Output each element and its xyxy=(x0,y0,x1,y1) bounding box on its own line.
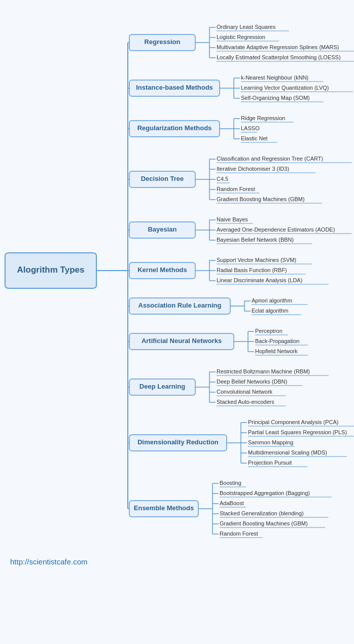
svg-text:Gradient Boosting Machines (GB: Gradient Boosting Machines (GBM) xyxy=(217,196,305,202)
svg-text:k-Nearest Neighbour (kNN): k-Nearest Neighbour (kNN) xyxy=(241,74,308,81)
svg-text:Restricted Boltzmann Machine (: Restricted Boltzmann Machine (RBM) xyxy=(217,368,310,374)
svg-text:Random Forest: Random Forest xyxy=(217,186,255,192)
svg-text:Self-Organizing Map (SOM): Self-Organizing Map (SOM) xyxy=(241,95,310,101)
svg-text:Elastic Net: Elastic Net xyxy=(241,135,268,141)
svg-text:Multidimensional Scaling (MDS): Multidimensional Scaling (MDS) xyxy=(248,449,327,456)
svg-text:Classification and Regression : Classification and Regression Tree (CART… xyxy=(217,156,323,162)
page-wrapper: Alogrithm TypesRegressionOrdinary Least … xyxy=(0,0,354,585)
svg-text:Ordinary Least Squares: Ordinary Least Squares xyxy=(217,24,276,30)
svg-text:Regression: Regression xyxy=(145,38,181,46)
svg-text:Averaged One-Dependence Estima: Averaged One-Dependence Estimators (AODE… xyxy=(217,226,335,233)
svg-text:Association Rule Learning: Association Rule Learning xyxy=(138,301,222,309)
svg-text:C4.5: C4.5 xyxy=(217,176,228,182)
svg-text:Sammon Mapping: Sammon Mapping xyxy=(248,439,293,445)
svg-text:Instance-based Methods: Instance-based Methods xyxy=(136,84,213,91)
svg-text:LASSO: LASSO xyxy=(241,125,260,131)
svg-text:Eclat algorithm: Eclat algorithm xyxy=(252,308,289,314)
svg-text:Perceptron: Perceptron xyxy=(255,328,282,334)
svg-text:Deep Belief Networks (DBN): Deep Belief Networks (DBN) xyxy=(217,378,287,385)
svg-text:Naive Bayes: Naive Bayes xyxy=(217,216,248,222)
svg-text:Stacked Auto-encoders: Stacked Auto-encoders xyxy=(217,399,274,405)
svg-text:Boosting: Boosting xyxy=(220,480,241,486)
svg-text:Principal Component Analysis (: Principal Component Analysis (PCA) xyxy=(248,419,339,425)
svg-text:Gradient Boosting Machines (GB: Gradient Boosting Machines (GBM) xyxy=(220,520,308,526)
svg-text:AdaBoost: AdaBoost xyxy=(220,500,244,506)
svg-text:Regularization Methods: Regularization Methods xyxy=(137,124,212,132)
svg-text:Random Forest: Random Forest xyxy=(220,531,258,537)
svg-text:Radial Basis Function (RBF): Radial Basis Function (RBF) xyxy=(217,267,287,273)
svg-text:Partial Least Squares Regressi: Partial Least Squares Regression (PLS) xyxy=(248,429,347,435)
svg-text:Decision Tree: Decision Tree xyxy=(141,175,184,182)
diagram: Alogrithm TypesRegressionOrdinary Least … xyxy=(0,10,354,570)
svg-text:Convolutional Network: Convolutional Network xyxy=(217,389,273,395)
svg-text:Logistic Regression: Logistic Regression xyxy=(217,34,265,40)
svg-text:Ensemble Methods: Ensemble Methods xyxy=(134,504,194,512)
svg-text:Iterative Dichotomiser 3 (ID3): Iterative Dichotomiser 3 (ID3) xyxy=(217,166,289,172)
svg-text:Dimensionality Reduction: Dimensionality Reduction xyxy=(137,438,219,446)
svg-text:Stacked Generalization (blendi: Stacked Generalization (blending) xyxy=(220,510,304,516)
svg-text:Back-Propagation: Back-Propagation xyxy=(255,338,299,344)
svg-text:Learning Vector Quantization (: Learning Vector Quantization (LVQ) xyxy=(241,85,329,91)
svg-text:Ridge Regression: Ridge Regression xyxy=(241,115,285,121)
svg-text:Multivariate Adaptive Regressi: Multivariate Adaptive Regression Splines… xyxy=(217,44,339,50)
svg-text:Alogrithm Types: Alogrithm Types xyxy=(17,265,85,275)
svg-text:Bayesian: Bayesian xyxy=(148,225,176,233)
svg-text:Deep Learning: Deep Learning xyxy=(139,383,185,390)
svg-text:Kernel Methods: Kernel Methods xyxy=(137,266,187,274)
svg-text:Artificial Neural Networks: Artificial Neural Networks xyxy=(141,337,222,345)
svg-text:Locally Estimated Scatterplot : Locally Estimated Scatterplot Smoothing … xyxy=(217,54,341,60)
svg-text:Linear Discriminate Analysis (: Linear Discriminate Analysis (LDA) xyxy=(217,277,302,283)
svg-text:Projection Pursuit: Projection Pursuit xyxy=(248,460,292,466)
svg-text:Bayesian Belief Network (BBN): Bayesian Belief Network (BBN) xyxy=(217,237,294,243)
svg-text:http://scientistcafe.com: http://scientistcafe.com xyxy=(10,557,88,566)
svg-text:Support Vector Machines (SVM): Support Vector Machines (SVM) xyxy=(217,257,296,263)
svg-text:Bootstrapped Aggregation (Bagg: Bootstrapped Aggregation (Bagging) xyxy=(220,490,310,496)
svg-text:Hopfield Network: Hopfield Network xyxy=(255,348,298,354)
svg-text:Apriori algorithm: Apriori algorithm xyxy=(252,297,292,304)
